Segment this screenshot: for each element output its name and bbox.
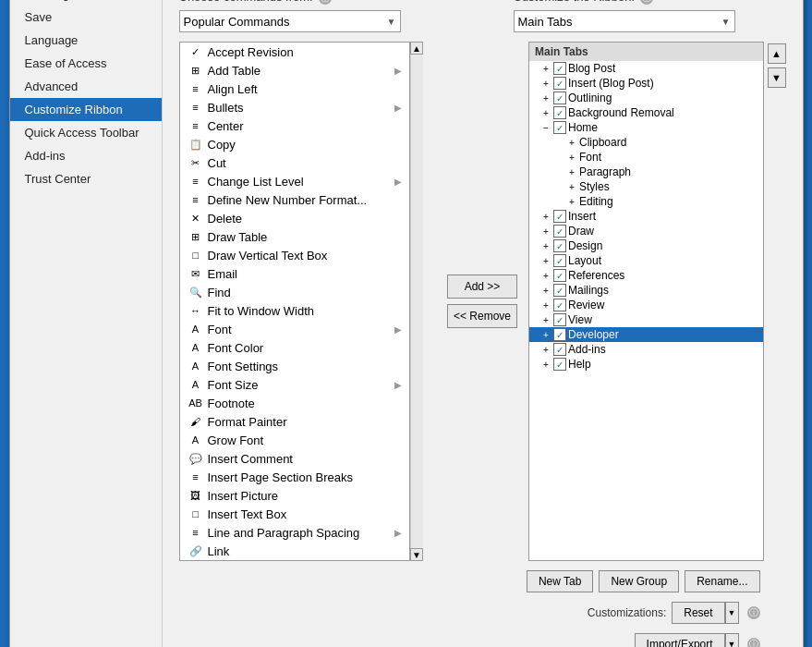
command-item[interactable]: ✓Accept Revision (180, 43, 409, 61)
nav-item-add-ins[interactable]: Add-ins (10, 144, 162, 167)
nav-item-trust-center[interactable]: Trust Center (10, 167, 162, 190)
ribbon-tree-item[interactable]: +✓Outlining (529, 91, 763, 105)
remove-button[interactable]: << Remove (447, 304, 517, 328)
tree-checkbox[interactable]: ✓ (553, 210, 566, 223)
tree-checkbox[interactable]: ✓ (553, 62, 566, 75)
tree-checkbox[interactable]: ✓ (553, 121, 566, 134)
command-item[interactable]: ≡Insert Page Section Breaks (180, 468, 409, 486)
tree-expand-icon[interactable]: + (540, 241, 551, 251)
command-item[interactable]: ≡Line and Paragraph Spacing▶ (180, 523, 409, 542)
ribbon-tree-item[interactable]: +✓Help (529, 357, 763, 372)
tree-expand-icon[interactable]: + (540, 93, 551, 104)
nav-item-ease-of-access[interactable]: Ease of Access (10, 52, 162, 75)
nav-item-quick-access-toolbar[interactable]: Quick Access Toolbar (10, 121, 162, 144)
tree-checkbox[interactable]: ✓ (553, 92, 566, 104)
command-item[interactable]: □Insert Text Box (180, 505, 409, 523)
tree-expand-icon[interactable]: + (540, 108, 551, 118)
tree-expand-icon[interactable]: + (566, 153, 577, 163)
ribbon-tree-item[interactable]: +Styles (529, 179, 763, 194)
tree-expand-icon[interactable]: + (540, 345, 551, 355)
command-item[interactable]: □Draw Vertical Text Box (180, 246, 409, 264)
command-item[interactable]: ≡Change List Level▶ (180, 172, 409, 190)
command-item[interactable]: AFont Settings (180, 357, 409, 375)
add-button[interactable]: Add >> (447, 275, 517, 299)
tree-checkbox[interactable]: ✓ (553, 106, 566, 119)
tree-expand-icon[interactable]: + (540, 330, 551, 340)
tree-expand-icon[interactable]: + (566, 138, 577, 148)
ribbon-tree-item[interactable]: +✓Developer (529, 327, 763, 342)
tree-expand-icon[interactable]: + (566, 182, 577, 192)
new-tab-button[interactable]: New Tab (527, 570, 593, 592)
nav-item-save[interactable]: Save (10, 6, 162, 29)
tree-scroll-up[interactable]: ▲ (768, 43, 786, 64)
tree-expand-icon[interactable]: + (566, 197, 577, 207)
tree-expand-icon[interactable]: + (540, 212, 551, 222)
tree-expand-icon[interactable]: + (540, 79, 551, 89)
ribbon-tree-item[interactable]: +✓Layout (529, 253, 763, 268)
command-item[interactable]: 🖼Insert Picture (180, 486, 409, 505)
ribbon-tree-item[interactable]: +Editing (529, 194, 763, 209)
tree-checkbox[interactable]: ✓ (553, 299, 566, 311)
reset-button[interactable]: Reset (672, 602, 724, 624)
ribbon-dropdown[interactable]: Main Tabs ▼ (514, 10, 735, 32)
commands-scroll-up[interactable]: ▲ (410, 42, 423, 55)
command-item[interactable]: 🔗Link (180, 542, 409, 560)
command-item[interactable]: ✂Cut (180, 153, 409, 172)
tree-expand-icon[interactable]: − (540, 123, 551, 133)
command-item[interactable]: ≡Center (180, 116, 409, 135)
command-item[interactable]: ✉Email (180, 264, 409, 283)
import-export-button[interactable]: Import/Export (635, 633, 725, 647)
ribbon-tree-item[interactable]: +✓Add-ins (529, 342, 763, 357)
tree-checkbox[interactable]: ✓ (553, 284, 566, 297)
tree-checkbox[interactable]: ✓ (553, 358, 566, 371)
commands-dropdown[interactable]: Popular Commands ▼ (179, 10, 401, 32)
tree-expand-icon[interactable]: + (540, 315, 551, 325)
tree-scroll-down[interactable]: ▼ (768, 67, 786, 88)
command-item[interactable]: AFont▶ (180, 320, 409, 338)
tree-checkbox[interactable]: ✓ (553, 239, 566, 252)
import-export-dropdown-arrow[interactable]: ▼ (725, 633, 739, 647)
command-item[interactable]: 💬Insert Comment (180, 449, 409, 468)
ribbon-tree-item[interactable]: +✓References (529, 268, 763, 283)
command-item[interactable]: ≡Align Left (180, 79, 409, 98)
tree-expand-icon[interactable]: + (540, 286, 551, 296)
tree-checkbox[interactable]: ✓ (553, 77, 566, 90)
command-item[interactable]: ✕Delete (180, 209, 409, 227)
nav-item-customize-ribbon[interactable]: Customize Ribbon (10, 98, 162, 121)
tree-checkbox[interactable]: ✓ (553, 328, 566, 341)
tree-checkbox[interactable]: ✓ (553, 225, 566, 238)
choose-commands-info[interactable]: ⓘ (319, 0, 332, 5)
command-item[interactable]: ⊞Draw Table (180, 227, 409, 246)
tree-expand-icon[interactable]: + (540, 271, 551, 281)
ribbon-tree-item[interactable]: +✓Design (529, 238, 763, 253)
tree-checkbox[interactable]: ✓ (553, 254, 566, 267)
commands-list-scroll[interactable]: ✓Accept Revision⊞Add Table▶≡Align Left≡B… (180, 43, 409, 560)
ribbon-tree-item[interactable]: +✓Review (529, 298, 763, 312)
command-item[interactable]: 📋Copy (180, 135, 409, 153)
ribbon-tree-item[interactable]: +✓Insert (Blog Post) (529, 76, 763, 91)
tree-expand-icon[interactable]: + (566, 167, 577, 177)
rename-button[interactable]: Rename... (685, 570, 759, 592)
tree-checkbox[interactable]: ✓ (553, 343, 566, 356)
ribbon-tree-scroll[interactable]: +✓Blog Post+✓Insert (Blog Post)+✓Outlini… (529, 61, 763, 560)
ribbon-tree-item[interactable]: +✓Draw (529, 224, 763, 238)
ribbon-tree-item[interactable]: +Font (529, 150, 763, 165)
ribbon-tree-item[interactable]: +✓Insert (529, 209, 763, 224)
new-group-button[interactable]: New Group (599, 570, 679, 592)
command-item[interactable]: AFont Color (180, 338, 409, 357)
command-item[interactable]: ↔Fit to Window Width (180, 301, 409, 320)
ribbon-tree-item[interactable]: +✓Blog Post (529, 61, 763, 76)
ribbon-tree-item[interactable]: +✓View (529, 312, 763, 327)
nav-item-advanced[interactable]: Advanced (10, 75, 162, 98)
command-item[interactable]: ⊞Add Table▶ (180, 61, 409, 79)
ribbon-tree-item[interactable]: +✓Background Removal (529, 105, 763, 120)
tree-expand-icon[interactable]: + (540, 360, 551, 370)
import-export-info[interactable]: ⓘ (747, 638, 760, 647)
command-item[interactable]: ≡Bullets▶ (180, 98, 409, 116)
customize-ribbon-info[interactable]: ⓘ (640, 0, 653, 5)
ribbon-tree-item[interactable]: +✓Mailings (529, 283, 763, 298)
command-item[interactable]: 🔍Find (180, 283, 409, 301)
tree-expand-icon[interactable]: + (540, 226, 551, 237)
tree-expand-icon[interactable]: + (540, 64, 551, 74)
commands-scroll-down[interactable]: ▼ (410, 548, 423, 561)
